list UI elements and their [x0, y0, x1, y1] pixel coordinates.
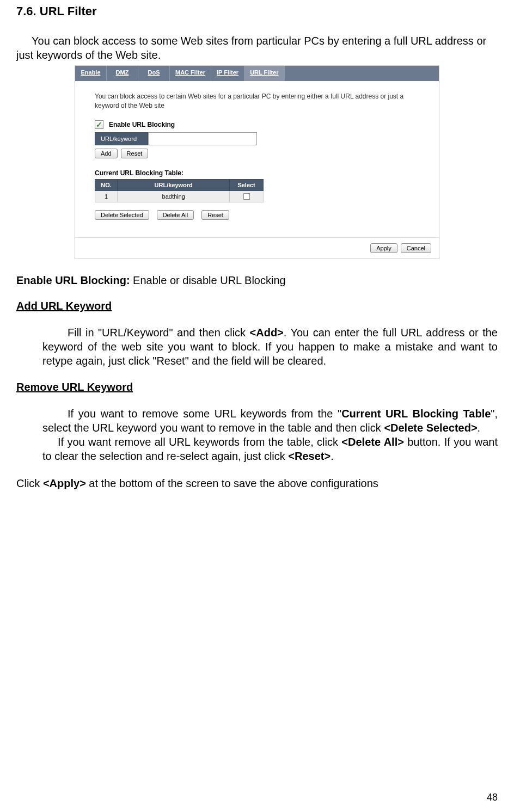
final-text: Click <Apply> at the bottom of the scree… [16, 476, 498, 490]
delete-selected-button[interactable]: Delete Selected [95, 210, 149, 220]
url-keyword-input-row: URL/keyword [95, 132, 419, 145]
row-select-checkbox[interactable] [243, 193, 250, 200]
add-url-heading: Add URL Keyword [16, 300, 498, 312]
enable-definition: Enable URL Blocking: Enable or disable U… [16, 274, 498, 287]
rp1-3: . [478, 422, 481, 434]
tab-bar: Enable DMZ DoS MAC Filter IP Filter URL … [75, 66, 439, 81]
panel-description: You can block access to certain Web site… [95, 92, 419, 110]
footer-buttons: Apply Cancel [75, 237, 439, 259]
final-2: at the bottom of the screen to save the … [86, 477, 378, 489]
td-no: 1 [95, 190, 118, 202]
add-button[interactable]: Add [95, 149, 118, 158]
url-keyword-label: URL/keyword [95, 132, 148, 145]
reset-table-button[interactable]: Reset [201, 210, 229, 220]
table-title: Current URL Blocking Table: [95, 169, 419, 177]
enable-def-desc: Enable or disable URL Blocking [130, 274, 286, 286]
th-keyword: URL/keyword [118, 179, 230, 190]
rp1-b2: <Delete Selected> [384, 422, 477, 434]
checkmark-icon: ✓ [96, 120, 102, 129]
final-1: Click [16, 477, 43, 489]
section-title-text: URL Filter [40, 4, 97, 18]
th-no: NO. [95, 179, 118, 190]
tab-dmz[interactable]: DMZ [107, 66, 138, 81]
delete-all-button[interactable]: Delete All [157, 210, 194, 220]
tab-mac-filter[interactable]: MAC Filter [170, 66, 211, 81]
remove-url-block: If you want to remove some URL keywords … [42, 407, 498, 463]
tab-enable[interactable]: Enable [75, 66, 107, 81]
final-bold: <Apply> [43, 477, 86, 489]
apply-button[interactable]: Apply [370, 243, 397, 253]
td-keyword: badthing [118, 190, 230, 202]
enable-def-label: Enable URL Blocking: [16, 274, 130, 286]
enable-url-blocking-checkbox[interactable]: ✓ [95, 120, 103, 129]
enable-checkbox-label: Enable URL Blocking [109, 121, 175, 128]
remove-p2: If you want remove all URL keywords from… [42, 435, 498, 463]
reset-button[interactable]: Reset [121, 149, 149, 158]
table-row: 1 badthing [95, 190, 264, 202]
url-keyword-input[interactable] [148, 132, 257, 145]
add-url-text: Fill in "URL/Keyword" and then click <Ad… [42, 325, 498, 368]
table-button-row: Delete Selected Delete All Reset [95, 210, 419, 220]
url-filter-screenshot: Enable DMZ DoS MAC Filter IP Filter URL … [75, 65, 439, 259]
cancel-button[interactable]: Cancel [401, 243, 431, 253]
rp2-b1: <Delete All> [341, 436, 404, 448]
section-number: 7.6. [16, 4, 36, 18]
remove-url-heading: Remove URL Keyword [16, 381, 498, 393]
panel-body: You can block access to certain Web site… [75, 81, 439, 237]
add-reset-row: Add Reset [95, 149, 419, 158]
rp2-3: . [331, 450, 334, 462]
tab-url-filter[interactable]: URL Filter [244, 66, 284, 81]
rp2-1: If you want remove all URL keywords from… [58, 436, 341, 448]
th-select: Select [230, 179, 264, 190]
rp2-b2: <Reset> [288, 450, 331, 462]
rp1-1: If you want to remove some URL keywords … [68, 408, 341, 420]
add-text-1: Fill in "URL/Keyword" and then click [68, 327, 250, 339]
td-select [230, 190, 264, 202]
rp1-b1: Current URL Blocking Table [341, 408, 491, 420]
remove-p1: If you want to remove some URL keywords … [42, 407, 498, 435]
tab-ip-filter[interactable]: IP Filter [211, 66, 244, 81]
enable-checkbox-row: ✓ Enable URL Blocking [95, 120, 419, 129]
tab-dos[interactable]: DoS [138, 66, 170, 81]
url-blocking-table: NO. URL/keyword Select 1 badthing [95, 179, 264, 202]
intro-text: You can block access to some Web sites f… [16, 34, 498, 62]
add-bold: <Add> [250, 327, 284, 339]
page-number: 48 [487, 792, 498, 803]
section-title: 7.6. URL Filter [16, 4, 498, 19]
